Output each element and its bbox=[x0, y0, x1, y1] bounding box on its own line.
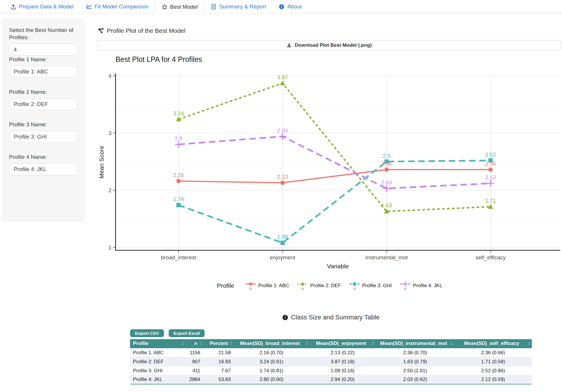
svg-text:a: a bbox=[249, 286, 252, 291]
point-label: 2.36 bbox=[485, 161, 496, 167]
profile-4-name-input[interactable] bbox=[9, 163, 78, 175]
point-label: 2.52 bbox=[485, 152, 496, 158]
table-cell: Profile 3: GHI bbox=[130, 366, 186, 375]
y-axis-title: Mean Score bbox=[98, 146, 105, 179]
table-cell: 2.52 (0.86) bbox=[454, 366, 532, 375]
profile-plot-chart: 1234broad_interestenjoymentinstrumental_… bbox=[97, 69, 562, 276]
point-label: 2.8 bbox=[175, 135, 182, 141]
tab-about[interactable]: About bbox=[272, 0, 308, 13]
profile-2-name-input[interactable] bbox=[9, 98, 78, 110]
plot-section-header: Profile Plot of the Best Model bbox=[98, 27, 185, 34]
legend-key: a bbox=[399, 280, 411, 291]
table-cell: 1.08 (0.16) bbox=[309, 366, 376, 375]
upload-icon bbox=[10, 4, 16, 10]
tab-fit-model-comparison[interactable]: Fit Model Comparison bbox=[80, 0, 155, 13]
x-tick-label: instrumental_mot bbox=[365, 254, 408, 261]
svg-text:a: a bbox=[301, 286, 304, 291]
marker-triangle bbox=[280, 80, 285, 85]
column-header-mean-sd-self-efficacy[interactable]: Mean(SD)_self_efficacy▲▼ bbox=[454, 339, 532, 348]
profiles-count-input[interactable] bbox=[9, 44, 78, 56]
tab-prepare-data-model[interactable]: Prepare Data & Model bbox=[4, 0, 80, 13]
legend-item: aProfile 1: ABC bbox=[245, 280, 289, 291]
column-header-profile[interactable]: Profile▲▼ bbox=[130, 339, 186, 348]
sort-arrows-icon: ▲▼ bbox=[528, 341, 530, 346]
export-buttons: Export CSV Export Excel bbox=[130, 329, 205, 337]
profile-2-name-label: Profile 2 Name: bbox=[9, 88, 78, 96]
profile-name-fields: Profile 1 Name:Profile 2 Name:Profile 3 … bbox=[9, 56, 78, 175]
table-cell: 1156 bbox=[186, 348, 203, 357]
class-size-summary-table: Profile▲▼n▲▼Percent▲▼Mean(SD)_broad_inte… bbox=[130, 339, 532, 384]
column-header-n[interactable]: n▲▼ bbox=[186, 339, 203, 348]
y-tick-label: 4 bbox=[108, 73, 111, 79]
point-label: 2.94 bbox=[277, 127, 288, 134]
sort-arrows-icon: ▲▼ bbox=[305, 341, 308, 346]
sort-arrows-icon: ▲▼ bbox=[372, 341, 374, 346]
column-header-percent[interactable]: Percent▲▼ bbox=[203, 339, 234, 348]
legend-item: aProfile 2: DEF bbox=[297, 280, 341, 291]
info-circle-icon bbox=[282, 314, 288, 321]
profile-1-name-input[interactable] bbox=[9, 66, 78, 78]
download-icon bbox=[287, 43, 292, 48]
sort-arrows-icon: ▲▼ bbox=[230, 341, 232, 346]
tab-summary-report[interactable]: Summary & Report bbox=[204, 0, 273, 13]
table-section-header: Class Size and Summary Table bbox=[130, 314, 532, 321]
chart-legend: Profile aProfile 1: ABCaProfile 2: DEFaP… bbox=[97, 280, 562, 291]
table-cell: Profile 2: DEF bbox=[130, 357, 186, 366]
x-tick-label: enjoyment bbox=[270, 254, 295, 260]
series-line bbox=[179, 170, 491, 183]
legend-title: Profile bbox=[217, 282, 234, 289]
profile-3-name-input[interactable] bbox=[9, 131, 78, 143]
table-cell: 2.94 (0.20) bbox=[309, 375, 376, 384]
sidebar-panel: Select the Best Number of Profiles: Prof… bbox=[2, 19, 84, 221]
download-plot-button[interactable]: Download Plot Best Model (.png) bbox=[97, 40, 561, 50]
legend-label: Profile 1: ABC bbox=[258, 283, 289, 289]
column-header-mean-sd-instrumental-mot[interactable]: Mean(SD)_instrumental_mot▲▼ bbox=[376, 339, 454, 348]
point-label: 1.08 bbox=[277, 234, 288, 240]
legend-item: aProfile 4: JKL bbox=[399, 280, 442, 291]
table-cell: 2.12 (0.59) bbox=[454, 375, 532, 384]
legend-label: Profile 4: JKL bbox=[413, 283, 442, 289]
main-content: Profile Plot of the Best Model Download … bbox=[97, 25, 562, 392]
legend-key: a bbox=[297, 280, 308, 291]
point-label: 1.71 bbox=[485, 198, 496, 204]
export-excel-button[interactable]: Export Excel bbox=[169, 329, 205, 337]
point-label: 3.24 bbox=[173, 110, 184, 116]
table-section-title: Class Size and Summary Table bbox=[291, 314, 379, 321]
tab-best-model[interactable]: Best Model bbox=[155, 0, 204, 14]
marker-circle bbox=[176, 179, 181, 183]
share-nodes-icon bbox=[98, 28, 104, 34]
table-header: Profile▲▼n▲▼Percent▲▼Mean(SD)_broad_inte… bbox=[130, 339, 532, 348]
profile-1-name-label: Profile 1 Name: bbox=[9, 56, 78, 63]
table-cell: 2.16 (0.70) bbox=[234, 348, 309, 357]
export-csv-button[interactable]: Export CSV bbox=[130, 329, 164, 337]
y-tick-label: 2 bbox=[108, 187, 111, 193]
svg-text:a: a bbox=[353, 286, 356, 291]
column-header-mean-sd-broad-interest[interactable]: Mean(SD)_broad_interest▲▼ bbox=[234, 339, 309, 348]
table-cell: 411 bbox=[186, 366, 203, 375]
table-cell: 16.93 bbox=[203, 357, 234, 366]
point-label: 2.03 bbox=[381, 179, 392, 186]
table-cell: 2.13 (0.22) bbox=[309, 348, 376, 357]
table-row: Profile 2: DEF90716.933.24 (0.61)3.87 (0… bbox=[130, 357, 532, 366]
table-body: Profile 1: ABC115621.582.16 (0.70)2.13 (… bbox=[130, 348, 532, 384]
column-header-mean-sd-enjoyment[interactable]: Mean(SD)_enjoyment▲▼ bbox=[309, 339, 376, 348]
table-cell: 2.80 (0.60) bbox=[234, 375, 309, 384]
marker-circle bbox=[384, 168, 389, 172]
legend-label: Profile 2: DEF bbox=[310, 283, 341, 289]
table-cell: 1.74 (0.81) bbox=[234, 366, 309, 375]
tab-label: About bbox=[287, 3, 302, 10]
file-lines-icon bbox=[211, 4, 217, 10]
table-row: Profile 1: ABC115621.582.16 (0.70)2.13 (… bbox=[130, 348, 532, 357]
table-cell: 7.67 bbox=[203, 366, 234, 375]
table-cell: 2884 bbox=[186, 375, 203, 384]
table-row: Profile 4: JKL288453.832.80 (0.60)2.94 (… bbox=[130, 375, 532, 384]
point-label: 1.74 bbox=[173, 196, 184, 202]
table-cell: 53.83 bbox=[203, 375, 234, 384]
sort-arrows-icon: ▲▼ bbox=[451, 341, 453, 346]
x-tick-label: self_efficacy bbox=[475, 254, 506, 261]
point-label: 2.13 bbox=[277, 174, 288, 180]
chart-line-icon bbox=[86, 4, 92, 10]
profiles-count-label: Select the Best Number of Profiles: bbox=[9, 26, 78, 41]
table-cell: 2.36 (0.70) bbox=[376, 348, 454, 357]
legend-key: a bbox=[245, 280, 256, 291]
